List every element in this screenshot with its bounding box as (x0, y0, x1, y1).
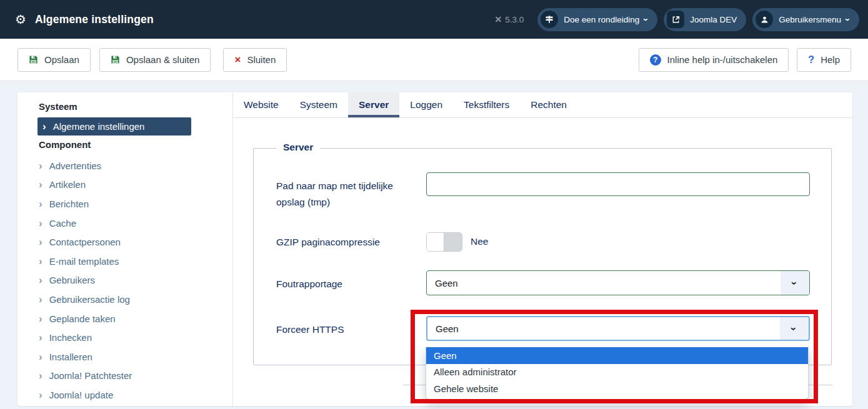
sidebar-item-label: Gebruikersactie log (49, 294, 130, 305)
gzip-state-label: Nee (471, 229, 488, 252)
tab-rechten[interactable]: Rechten (520, 92, 577, 117)
settings-sidebar: Systeem › Algemene instellingen Componen… (17, 92, 232, 406)
save-icon (29, 55, 38, 64)
sidebar-item-label: Algemene instellingen (53, 121, 145, 132)
force-https-select[interactable]: Geen › (426, 316, 810, 341)
tab-server[interactable]: Server (348, 92, 399, 117)
toggle-track (444, 233, 462, 251)
sidebar-heading-systeem: Systeem (39, 101, 77, 112)
sidebar-item-berichten[interactable]: ›Berichten (37, 194, 225, 214)
chevron-right-icon: › (39, 352, 42, 362)
page-title: Algemene instellingen (35, 13, 154, 26)
field-row-error-reporting: Foutrapportage Geen › (276, 270, 810, 295)
question-mark-icon: ? (808, 54, 814, 66)
action-toolbar: Opslaan Opslaan & sluiten × Sluiten (0, 39, 868, 81)
sidebar-component-list: ›Advertenties ›Artikelen ›Berichten ›Cac… (37, 156, 225, 405)
chevron-right-icon: › (39, 237, 42, 247)
sidebar-item-installeren[interactable]: ›Installeren (37, 347, 225, 367)
select-arrow-area: › (781, 271, 809, 295)
force-https-value: Geen (436, 317, 459, 340)
sidebar-item-algemene-instellingen[interactable]: › Algemene instellingen (37, 117, 191, 136)
settings-gear-icon: ⚙ (15, 13, 26, 26)
sidebar-item-label: Gebruikers (49, 275, 95, 285)
sidebar-item-label: Geplande taken (49, 313, 116, 324)
joomla-dev-link[interactable]: Joomla DEV (664, 8, 746, 31)
sidebar-item-gebruikers[interactable]: ›Gebruikers (37, 271, 225, 290)
sidebar-item-advertenties[interactable]: ›Advertenties (37, 156, 225, 175)
save-button[interactable]: Opslaan (17, 48, 91, 72)
joomla-logo-icon: ✕ (495, 14, 502, 24)
sidebar-item-contactpersonen[interactable]: ›Contactpersonen (37, 232, 225, 252)
save-label: Opslaan (44, 54, 79, 65)
chevron-right-icon: › (39, 179, 42, 190)
sidebar-item-label: Joomla! update (49, 390, 114, 400)
header-bar: ⚙ Algemene instellingen ✕ 5.3.0 Doe een … (0, 0, 868, 39)
chevron-right-icon: › (39, 370, 42, 381)
force-https-dropdown: Geen Alleen administrator Gehele website (426, 347, 809, 400)
dropdown-option-alleen-administrator[interactable]: Alleen administrator (426, 364, 808, 381)
close-label: Sluiten (247, 54, 276, 65)
dropdown-option-gehele-website[interactable]: Gehele website (426, 380, 808, 397)
take-a-tour-button[interactable]: Doe een rondleiding › (537, 8, 657, 31)
close-button[interactable]: × Sluiten (223, 48, 287, 72)
tab-systeem[interactable]: Systeem (289, 92, 348, 117)
tmp-path-input[interactable] (426, 172, 810, 196)
save-and-close-button[interactable]: Opslaan & sluiten (99, 48, 211, 72)
external-link-icon (667, 11, 684, 28)
inline-help-label: Inline help in-/uitschakelen (667, 54, 778, 65)
tab-tekstfilters[interactable]: Tekstfilters (453, 92, 520, 117)
user-menu-button[interactable]: Gebruikersmenu › (752, 8, 859, 31)
sidebar-item-label: Installeren (49, 352, 92, 362)
chevron-right-icon: › (39, 160, 42, 171)
chevron-right-icon: › (39, 390, 42, 400)
tab-loggen[interactable]: Loggen (399, 92, 453, 117)
sidebar-item-geplande-taken[interactable]: ›Geplande taken (37, 309, 225, 328)
sidebar-item-gebruikersactie-log[interactable]: ›Gebruikersactie log (37, 290, 225, 309)
gzip-toggle[interactable] (426, 232, 462, 252)
select-arrow-area: › (780, 317, 809, 340)
sidebar-item-label: Joomla! Patchtester (49, 370, 132, 381)
sidebar-item-joomla-update[interactable]: ›Joomla! update (37, 385, 225, 405)
sidebar-item-label: E-mail templates (49, 256, 119, 267)
sidebar-item-joomla-patchtester[interactable]: ›Joomla! Patchtester (37, 367, 225, 386)
sidebar-item-artikelen[interactable]: ›Artikelen (37, 175, 225, 195)
field-row-gzip: GZIP paginacompressie Nee (276, 229, 810, 252)
chevron-down-icon: › (844, 18, 853, 21)
sidebar-item-label: Cache (49, 218, 76, 229)
joomla-admin-page: ⚙ Algemene instellingen ✕ 5.3.0 Doe een … (0, 0, 868, 409)
server-fieldset: Server Pad naar map met tijdelijke opsla… (253, 148, 832, 365)
error-reporting-select[interactable]: Geen › (426, 270, 810, 295)
help-button[interactable]: ? Help (797, 48, 851, 72)
sidebar-item-cache[interactable]: ›Cache (37, 214, 225, 233)
signpost-icon (541, 11, 558, 28)
chevron-down-icon: › (789, 327, 799, 330)
chevron-right-icon: › (39, 218, 42, 229)
chevron-right-icon: › (39, 199, 42, 209)
gzip-label: GZIP paginacompressie (276, 229, 426, 252)
joomla-version: ✕ 5.3.0 (495, 14, 524, 24)
sidebar-item-label: Contactpersonen (49, 237, 121, 247)
tab-website[interactable]: Website (233, 92, 289, 117)
field-row-force-https: Forceer HTTPS Geen › (276, 316, 810, 341)
error-reporting-label: Foutrapportage (276, 270, 426, 295)
take-a-tour-label: Doe een rondleiding (564, 15, 639, 24)
joomla-dev-label: Joomla DEV (690, 15, 737, 24)
help-label: Help (821, 54, 840, 65)
tmp-path-label: Pad naar map met tijdelijke opslag (tmp) (276, 172, 417, 210)
chevron-right-icon: › (39, 294, 42, 305)
close-x-icon: × (234, 54, 241, 65)
user-icon (756, 11, 773, 28)
dropdown-option-geen[interactable]: Geen (426, 347, 808, 364)
sidebar-item-inchecken[interactable]: ›Inchecken (37, 328, 225, 347)
server-fieldset-legend: Server (276, 142, 320, 153)
sidebar-item-label: Advertenties (49, 160, 101, 171)
sidebar-heading-component: Component (39, 139, 91, 150)
toggle-knob (427, 233, 444, 251)
chevron-right-icon: › (39, 275, 42, 285)
sidebar-item-email-templates[interactable]: ›E-mail templates (37, 252, 225, 271)
settings-tabs: Website Systeem Server Loggen Tekstfilte… (233, 92, 852, 118)
chevron-right-icon: › (39, 256, 42, 267)
chevron-right-icon: › (39, 332, 42, 343)
inline-help-toggle-button[interactable]: ? Inline help in-/uitschakelen (639, 48, 789, 72)
version-number: 5.3.0 (505, 15, 524, 24)
